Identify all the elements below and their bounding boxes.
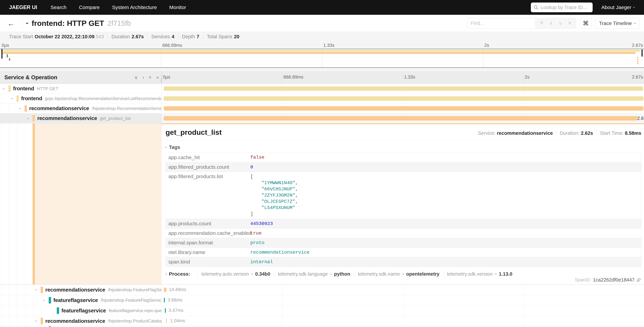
chevron-down-icon[interactable]: › (34, 320, 39, 322)
app-logo[interactable]: JAEGER UI (9, 4, 37, 10)
process-kv: telemetry.sdk.language=python (274, 271, 350, 277)
chevron-down-icon[interactable]: › (42, 300, 47, 301)
span-bar[interactable] (166, 318, 167, 323)
find-next-icon[interactable]: ∨ (556, 20, 565, 26)
tags-section-toggle[interactable]: › Tags (166, 144, 641, 150)
chevron-down-icon: › (632, 23, 637, 24)
process-section-toggle[interactable]: › Process: telemetry.auto.version=0.34b0… (166, 271, 641, 277)
back-button[interactable]: ← (0, 15, 22, 32)
span-duration-label: 1.04ms (170, 318, 185, 324)
tag-row: app.recommendation.cache_enabled true (166, 228, 641, 238)
minimap-span-featureflag (7, 54, 8, 58)
minimap-canvas[interactable] (0, 49, 644, 68)
process-kv: telemetry.sdk.name=opentelemetry (354, 271, 439, 277)
span-bar[interactable] (165, 308, 166, 313)
collapse-all-icon[interactable]: » (148, 76, 153, 78)
trace-title: frontend: HTTP GET (32, 19, 104, 28)
keyboard-shortcuts-button[interactable]: ⌘ (580, 18, 592, 28)
service-operation-header: Service & Operation (4, 74, 130, 80)
duration-value: 2.67s (132, 34, 144, 40)
total-spans-value: 20 (234, 34, 240, 40)
span-id: SpanID: 1ca2262df0e18447 (575, 277, 641, 283)
trace-title-bar: ← › frontend: HTTP GET 2f715fb Find... ∧… (0, 15, 644, 32)
trace-id: 2f715fb (108, 19, 131, 27)
span-duration-label: 3.47ms (168, 308, 184, 313)
span-color-bar (32, 115, 35, 121)
span-bar[interactable] (164, 288, 166, 292)
timeline-grid-header: Service & Operation ∨ › » » ∥ 0μs 666.89… (0, 71, 644, 84)
tag-row: app.cache_hit false (166, 152, 641, 162)
span-color-bar (16, 95, 19, 102)
nav-item-compare[interactable]: Compare (79, 4, 100, 10)
nav-item-search[interactable]: Search (50, 4, 66, 10)
chevron-down-icon: › (164, 146, 168, 148)
span-bar[interactable] (164, 86, 643, 91)
chevron-down-icon[interactable]: › (34, 289, 39, 290)
span-row[interactable]: › recommendationservice /hipstershop.Rec… (0, 104, 644, 113)
find-input[interactable]: Find... (468, 18, 536, 28)
span-row[interactable]: › recommendationservice /hipstershop.Fea… (0, 284, 644, 295)
span-bar[interactable] (164, 116, 638, 120)
span-bar[interactable] (164, 96, 644, 101)
detail-tint-area (35, 124, 161, 284)
chevron-down-icon[interactable]: › (10, 98, 14, 100)
span-bar[interactable] (164, 298, 165, 302)
nav-item-monitor[interactable]: Monitor (169, 4, 186, 10)
span-row-partial[interactable] (0, 326, 644, 327)
search-icon (534, 5, 538, 10)
tag-row: internal.span.format proto (166, 238, 641, 248)
trace-start-label: Trace Start (9, 34, 33, 40)
span-duration-label: 2.6 (637, 116, 644, 121)
minimap-ticks: 0μs 666.89ms 1.33s 2s 2.67s (0, 42, 644, 49)
link-icon[interactable] (636, 278, 641, 282)
find-group: Find... ∧ ∨ ✕ (467, 18, 576, 28)
viewport-scrubber-right[interactable] (642, 50, 643, 56)
timeline-axis: 0μs 666.89ms 1.33s 2s 2.67s (162, 71, 644, 84)
trace-summary: Trace Start October 22 2022, 22:10:09.54… (0, 32, 644, 42)
span-row[interactable]: › frontend grpc.hipstershop.Recommendati… (0, 94, 644, 104)
span-color-bar (41, 286, 43, 293)
tag-row: span.kind internal (166, 257, 641, 266)
expand-all-icon[interactable]: » (156, 74, 159, 80)
span-color-bar (49, 297, 51, 304)
chevron-down-icon[interactable]: › (18, 108, 23, 109)
lookup-placeholder: Lookup by Trace ID... (540, 5, 587, 10)
collapse-one-icon[interactable]: ∨ (134, 74, 138, 80)
span-row[interactable]: › recommendationservice /hipstershop.Pro… (0, 316, 644, 326)
nav-item-system-architecture[interactable]: System Architecture (112, 4, 157, 10)
process-kv: telemetry.auto.version=0.34b0 (198, 271, 270, 277)
tag-row: app.filtered_products.list [ "1YMWWN1N4O… (166, 172, 641, 219)
detail-start-time: 8.58ms (625, 130, 641, 136)
tags-table: app.cache_hit false app.filtered_product… (166, 152, 641, 267)
tag-row: otel.library.name recommendationservice (166, 248, 641, 257)
span-bar[interactable] (164, 106, 644, 110)
span-row[interactable]: › featureflagservice /hipstershop.Featur… (0, 295, 644, 305)
locate-icon[interactable] (537, 20, 546, 26)
collapse-trace-chevron-icon[interactable]: › (24, 22, 31, 24)
span-duration-label: 14.49ms (169, 287, 186, 292)
detail-duration: 2.62s (581, 130, 593, 136)
depth-value: 7 (196, 34, 199, 40)
trace-id-lookup-input[interactable]: Lookup by Trace ID... (531, 2, 593, 12)
trace-view-selector[interactable]: Trace Timeline › (595, 18, 640, 28)
viewport-scrubber-left[interactable] (1, 49, 2, 58)
top-nav: JAEGER UI Search Compare System Architec… (0, 0, 644, 15)
detail-service: recommendationservice (497, 130, 553, 136)
span-color-bar (49, 326, 51, 327)
expand-one-icon[interactable]: › (142, 74, 144, 80)
column-resize-handle[interactable]: ∥ (160, 78, 163, 83)
about-jaeger-menu[interactable]: About Jaeger › (601, 4, 634, 10)
minimap-span-frontend (2, 50, 640, 52)
span-color-bar (8, 86, 11, 92)
span-row[interactable]: featureflagservice featureflagservice.re… (0, 305, 644, 316)
chevron-down-icon[interactable]: › (1, 88, 6, 90)
span-row-selected[interactable]: › recommendationservice get_product_list… (0, 113, 644, 123)
span-row[interactable]: › frontend HTTP GET (0, 84, 644, 94)
span-duration-label: 3.68ms (168, 298, 182, 303)
find-prev-icon[interactable]: ∧ (546, 20, 556, 26)
find-clear-icon[interactable]: ✕ (565, 20, 574, 26)
detail-operation-title: get_product_list (166, 128, 478, 136)
tag-row: app.filtered_products.count 8 (166, 162, 641, 172)
chevron-down-icon[interactable]: › (26, 118, 31, 119)
span-detail-panel: get_product_list Service:recommendations… (162, 124, 644, 284)
